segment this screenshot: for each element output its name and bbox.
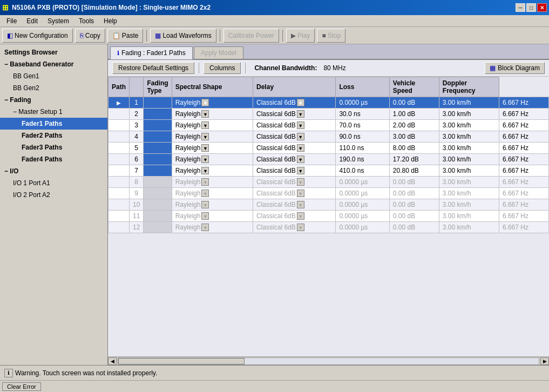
sidebar-item-fader1-paths[interactable]: Fader1 Paths xyxy=(0,118,107,130)
sidebar-item-fader3-paths[interactable]: Fader3 Paths xyxy=(0,141,107,153)
menu-item-edit[interactable]: Edit xyxy=(22,16,42,26)
tab-fading-:-fader1-paths[interactable]: ℹFading : Fader1 Paths xyxy=(110,46,193,59)
row-doppler-freq: 6.667 Hz xyxy=(499,120,548,131)
row-spectral-shape[interactable]: Classical 6dB▼ xyxy=(253,143,336,154)
fading-type-dropdown-arrow: ▼ xyxy=(201,201,209,208)
minimize-button[interactable]: ─ xyxy=(516,3,525,12)
row-fading-type[interactable]: Rayleigh▼ xyxy=(172,109,253,120)
sidebar-item-master-setup-1[interactable]: − Master Setup 1 xyxy=(0,106,107,118)
row-spectral-shape[interactable]: Classical 6dB▼ xyxy=(253,120,336,131)
calibrate-power-button[interactable]: Calibrate Power xyxy=(223,29,279,43)
stop-button[interactable]: ■ Stop xyxy=(317,29,345,43)
spectral-shape-dropdown-arrow[interactable]: ▼ xyxy=(297,167,304,174)
sidebar-item-bb-gen1[interactable]: BB Gen1 xyxy=(0,70,107,82)
sidebar-item-i/o-2-port-a2[interactable]: I/O 2 Port A2 xyxy=(0,189,107,201)
spectral-shape-dropdown-arrow[interactable]: ▼ xyxy=(297,110,304,118)
row-arrow-cell xyxy=(109,120,130,131)
sidebar-item-baseband-generator[interactable]: − Baseband Generator xyxy=(0,58,107,70)
row-arrow-cell: ▶ xyxy=(109,97,130,109)
row-fading-type[interactable]: Rayleigh▼ xyxy=(172,143,253,154)
table-row[interactable]: 3Rayleigh▼Classical 6dB▼70.0 ns2.00 dB3.… xyxy=(109,120,549,131)
new-config-icon: ◧ xyxy=(7,32,13,39)
table-row[interactable]: ▶1Rayleigh▼Classical 6dB▼0.0000 µs0.00 d… xyxy=(109,97,549,109)
load-waveforms-button[interactable]: ▦ Load Waveforms xyxy=(150,29,216,43)
row-fading-type[interactable]: Rayleigh▼ xyxy=(172,165,253,177)
menu-item-file[interactable]: File xyxy=(2,16,21,26)
hscroll-left[interactable]: ◀ xyxy=(108,357,117,365)
row-loss: 17.20 dB xyxy=(389,154,439,165)
menu-item-help[interactable]: Help xyxy=(99,16,121,26)
row-color-indicator xyxy=(144,199,172,211)
row-fading-type[interactable]: Rayleigh▼ xyxy=(172,131,253,143)
spectral-shape-dropdown-arrow[interactable]: ▼ xyxy=(297,156,304,163)
fading-type-dropdown-arrow[interactable]: ▼ xyxy=(201,167,209,174)
row-loss: 0.00 dB xyxy=(389,211,439,222)
table-row[interactable]: 11Rayleigh▼Classical 6dB▼0.0000 µs0.00 d… xyxy=(109,211,549,222)
table-row[interactable]: 4Rayleigh▼Classical 6dB▼90.0 ns3.00 dB3.… xyxy=(109,131,549,143)
columns-button[interactable]: Columns xyxy=(204,62,241,74)
row-fading-type[interactable]: Rayleigh▼ xyxy=(172,120,253,131)
row-vehicle-speed: 3.00 km/h xyxy=(439,154,499,165)
sidebar-item-i/o-1-port-a1[interactable]: I/O 1 Port A1 xyxy=(0,177,107,189)
sidebar-item-fader4-paths[interactable]: Fader4 Paths xyxy=(0,153,107,165)
block-diagram-button[interactable]: ▦ Block Diagram xyxy=(485,62,545,74)
table-row[interactable]: 10Rayleigh▼Classical 6dB▼0.0000 µs0.00 d… xyxy=(109,199,549,211)
hscroll-right[interactable]: ▶ xyxy=(540,357,549,365)
row-fading-type: Rayleigh▼ xyxy=(172,222,253,233)
spectral-shape-dropdown-arrow[interactable]: ▼ xyxy=(297,144,304,152)
copy-button[interactable]: ⎘ Copy xyxy=(75,29,105,43)
fading-type-dropdown-arrow[interactable]: ▼ xyxy=(201,110,209,118)
spectral-shape-dropdown-arrow[interactable]: ▼ xyxy=(297,99,304,106)
restore-defaults-button[interactable]: Restore Default Settings xyxy=(112,62,194,74)
row-fading-type[interactable]: Rayleigh▼ xyxy=(172,97,253,109)
fading-type-dropdown-arrow[interactable]: ▼ xyxy=(201,99,209,106)
table-row[interactable]: 2Rayleigh▼Classical 6dB▼30.0 ns1.00 dB3.… xyxy=(109,109,549,120)
sidebar: Settings Browser − Baseband GeneratorBB … xyxy=(0,44,108,365)
sidebar-item-fading[interactable]: − Fading xyxy=(0,94,107,106)
clear-error-button[interactable]: Clear Error xyxy=(2,382,41,391)
row-spectral-shape[interactable]: Classical 6dB▼ xyxy=(253,109,336,120)
close-button[interactable]: ✕ xyxy=(537,3,547,12)
status-message: Warning. Touch screen was not installed … xyxy=(15,369,157,377)
fading-type-dropdown-arrow[interactable]: ▼ xyxy=(201,156,209,163)
table-row[interactable]: 5Rayleigh▼Classical 6dB▼110.0 ns8.00 dB3… xyxy=(109,143,549,154)
row-doppler-freq: 6.667 Hz xyxy=(499,131,548,143)
spectral-shape-dropdown-arrow: ▼ xyxy=(297,190,304,197)
maximize-button[interactable]: □ xyxy=(526,3,536,12)
row-spectral-shape[interactable]: Classical 6dB▼ xyxy=(253,154,336,165)
menu-item-system[interactable]: System xyxy=(43,16,73,26)
spectral-shape-dropdown-arrow[interactable]: ▼ xyxy=(297,133,304,140)
col-path: Path xyxy=(109,77,130,97)
fading-type-dropdown-arrow[interactable]: ▼ xyxy=(201,144,209,152)
table-row[interactable]: 6Rayleigh▼Classical 6dB▼190.0 ns17.20 dB… xyxy=(109,154,549,165)
table-row[interactable]: 12Rayleigh▼Classical 6dB▼0.0000 µs0.00 d… xyxy=(109,222,549,233)
row-doppler-freq: 6.667 Hz xyxy=(499,177,548,188)
row-color-indicator xyxy=(144,211,172,222)
sidebar-item-bb-gen2[interactable]: BB Gen2 xyxy=(0,82,107,94)
new-config-button[interactable]: ◧ New Configuration xyxy=(2,29,73,43)
fading-type-dropdown-arrow[interactable]: ▼ xyxy=(201,133,209,140)
hscroll-thumb[interactable] xyxy=(118,358,245,364)
table-row[interactable]: 8Rayleigh▼Classical 6dB▼0.0000 µs0.00 dB… xyxy=(109,177,549,188)
row-fading-type[interactable]: Rayleigh▼ xyxy=(172,154,253,165)
spectral-shape-dropdown-arrow[interactable]: ▼ xyxy=(297,121,304,129)
row-arrow-cell xyxy=(109,211,130,222)
sidebar-header: Settings Browser xyxy=(0,46,107,58)
hscroll-track[interactable] xyxy=(118,357,539,365)
fading-type-dropdown-arrow[interactable]: ▼ xyxy=(201,121,209,129)
row-fading-type: Rayleigh▼ xyxy=(172,177,253,188)
row-spectral-shape[interactable]: Classical 6dB▼ xyxy=(253,165,336,177)
table-row[interactable]: 9Rayleigh▼Classical 6dB▼0.0000 µs0.00 dB… xyxy=(109,188,549,199)
table-row[interactable]: 7Rayleigh▼Classical 6dB▼410.0 ns20.80 dB… xyxy=(109,165,549,177)
row-delay: 190.0 ns xyxy=(336,154,389,165)
paste-button[interactable]: 📋 Paste xyxy=(107,29,144,43)
menu-item-tools[interactable]: Tools xyxy=(74,16,98,26)
play-button[interactable]: ▶ Play xyxy=(286,29,315,43)
sidebar-item-i/o[interactable]: − I/O xyxy=(0,165,107,177)
row-spectral-shape[interactable]: Classical 6dB▼ xyxy=(253,97,336,109)
sidebar-item-fader2-paths[interactable]: Fader2 Paths xyxy=(0,130,107,141)
row-spectral-shape[interactable]: Classical 6dB▼ xyxy=(253,131,336,143)
hscroll-area[interactable]: ◀ ▶ xyxy=(108,356,549,365)
table-container[interactable]: Path FadingType Spectral Shape Delay Los… xyxy=(108,77,549,356)
row-path: 2 xyxy=(130,109,144,120)
